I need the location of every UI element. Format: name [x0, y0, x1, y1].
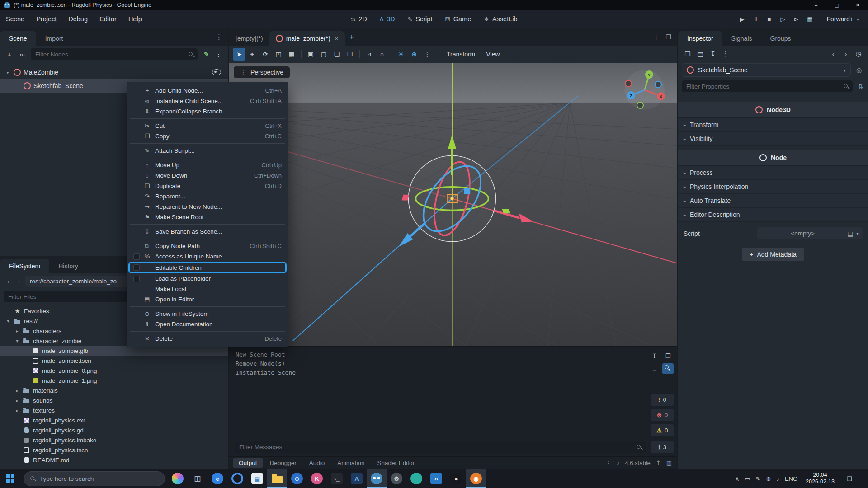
context-menu-item[interactable]	[127, 117, 288, 121]
file-row[interactable]: ▸ materials	[0, 385, 228, 395]
history-list-button[interactable]: ◷	[853, 48, 864, 60]
context-menu-item[interactable]	[127, 141, 288, 145]
context-menu-item[interactable]	[127, 237, 288, 241]
bottom-panel-tab[interactable]: Output	[233, 458, 263, 468]
selection-list-tool[interactable]: ▦	[285, 48, 298, 61]
new-tab-button[interactable]: +	[345, 33, 359, 42]
context-menu-item[interactable]: ▤ Open in Editor	[127, 294, 288, 305]
context-menu-item[interactable]	[127, 305, 288, 309]
bottom-menu-icon[interactable]: ⋮	[605, 460, 611, 466]
context-menu-item[interactable]: ∞ Instantiate Child Scene... Ctrl+Shift+…	[127, 96, 288, 106]
menubar-menu[interactable]: Help	[123, 10, 148, 28]
collapse-duplicates-button[interactable]: ≡	[649, 363, 660, 374]
context-menu-item[interactable]: ↧ Save Branch as Scene...	[127, 226, 288, 237]
checkbox[interactable]	[133, 264, 140, 271]
renderer-selector[interactable]: Forward+ ▾	[822, 14, 863, 24]
dock-tab[interactable]: Inspector	[678, 31, 722, 46]
load-resource-button[interactable]: ▤	[694, 48, 706, 60]
notification-icon[interactable]: ❑	[843, 475, 856, 482]
taskbar-search[interactable]: Type here to search	[24, 471, 165, 486]
file-row[interactable]: ragdoll_physics.tscn	[0, 445, 228, 455]
mode-button[interactable]: ⚄ Game	[439, 10, 477, 28]
context-menu-item[interactable]: ✎ Attach Script...	[127, 145, 288, 156]
deferred-error-filter[interactable]: ! 0	[651, 394, 674, 406]
pause-button[interactable]: Ⅱ	[749, 13, 762, 25]
context-menu-item[interactable]: + Add Child Node... Ctrl+A	[127, 85, 288, 96]
preview-environment-toggle[interactable]: ⊕	[408, 48, 420, 61]
context-menu-item[interactable]	[127, 222, 288, 226]
viewport-3d[interactable]: ⋮ Perspective Y X Z	[229, 63, 677, 346]
stream-app-icon[interactable]: ●	[446, 469, 466, 488]
filter-nodes-input[interactable]	[34, 51, 185, 58]
toolbar-separator[interactable]	[298, 48, 304, 61]
gear-app-icon[interactable]: ⚙	[387, 469, 406, 488]
script-value-dropdown[interactable]: <empty> ▤ ▾	[757, 227, 863, 239]
viewport-menu[interactable]: Transform	[441, 51, 481, 58]
error-filter[interactable]: ⊗ 0	[651, 409, 674, 421]
expand-chevron-icon[interactable]: ▸	[14, 388, 20, 393]
dock-tab[interactable]: Import	[36, 31, 72, 46]
display-tray-icon[interactable]: ▭	[745, 475, 750, 482]
context-menu-item[interactable]: ⊙ Show in FileSystem	[127, 309, 288, 319]
menubar-menu[interactable]: Editor	[94, 10, 123, 28]
expand-chevron-icon[interactable]: ▸	[14, 408, 20, 413]
select-tool[interactable]: ➤	[233, 48, 245, 61]
distraction-free-icon[interactable]: ❐	[663, 33, 674, 42]
blender-app-icon[interactable]: ◉	[466, 469, 486, 488]
message-filter[interactable]: ℹ 3	[651, 441, 674, 453]
scene-tab[interactable]: male_zombie(*) ✕	[269, 31, 345, 46]
checkbox[interactable]	[133, 276, 140, 282]
edge-browser-icon[interactable]: e	[208, 469, 227, 488]
save-log-button[interactable]: ↧	[649, 350, 660, 361]
search-log-button[interactable]	[662, 363, 674, 374]
stop-button[interactable]: ■	[762, 13, 776, 25]
file-row[interactable]: README.md	[0, 455, 228, 465]
toolbar-separator[interactable]	[357, 48, 362, 61]
dock-tab[interactable]: Signals	[722, 31, 761, 46]
context-menu-item[interactable]: Editable Children	[127, 262, 288, 273]
filter-messages-input[interactable]	[238, 443, 633, 451]
expand-panel-icon[interactable]: ▥	[666, 460, 672, 466]
menubar-menu[interactable]: Scene	[0, 10, 30, 28]
context-menu-item[interactable]	[127, 329, 288, 333]
mode-button[interactable]: ⇆ 2D	[344, 10, 373, 28]
play-custom-scene-button[interactable]: ⊳	[789, 13, 803, 25]
expand-chevron-icon[interactable]: ▸	[14, 328, 20, 333]
folder-icon[interactable]: ▤	[847, 230, 853, 237]
visibility-eye-icon[interactable]	[212, 69, 221, 75]
scene-tab[interactable]: [empty](*)	[229, 31, 269, 46]
mode-button[interactable]: ❖ AssetLib	[478, 10, 523, 28]
context-menu-item[interactable]: Make Local	[127, 284, 288, 294]
context-menu-item[interactable]: Load as Placeholder	[127, 273, 288, 284]
notepad-icon[interactable]: ▤	[247, 469, 267, 488]
property-group-row[interactable]: ▸ Auto Translate	[678, 194, 868, 208]
add-node-button[interactable]: +	[4, 48, 15, 60]
maximize-icon[interactable]: ▢	[826, 0, 847, 10]
context-menu-item[interactable]: ℹ Open Documentation	[127, 319, 288, 329]
menubar-menu[interactable]: Project	[30, 10, 62, 28]
unlock-selected-button[interactable]: ▢	[317, 48, 330, 61]
3d-viewport-canvas[interactable]	[229, 63, 677, 346]
nav-forward-icon[interactable]: ›	[14, 276, 24, 286]
checkbox[interactable]	[133, 253, 140, 260]
pin-icon[interactable]: ◎	[854, 66, 864, 74]
context-menu-item[interactable]: ⇕ Expand/Collapse Branch	[127, 106, 288, 117]
bottom-panel-tab[interactable]: Animation	[331, 458, 370, 468]
context-menu-item[interactable]: % Access as Unique Name	[127, 251, 288, 262]
expand-chevron-icon[interactable]: ▾	[5, 319, 11, 324]
paint-app-icon[interactable]: K	[307, 469, 327, 488]
property-group-row[interactable]: ▸ Editor Description	[678, 208, 868, 222]
context-menu-item[interactable]: ⧉ Copy Node Path Ctrl+Shift+C	[127, 241, 288, 251]
menubar-menu[interactable]: Debug	[62, 10, 94, 28]
property-group-row[interactable]: ▸ Transform	[678, 118, 868, 132]
attach-script-button[interactable]: ✎	[200, 48, 212, 60]
context-menu-item[interactable]: ❐ Copy Ctrl+C	[127, 131, 288, 141]
start-button[interactable]	[0, 469, 21, 488]
godot-editor-icon[interactable]	[367, 469, 387, 488]
context-menu-item[interactable]: ❏ Duplicate Ctrl+D	[127, 181, 288, 191]
browser-ring-icon[interactable]	[227, 469, 247, 488]
history-back-button[interactable]: ‹	[827, 48, 839, 60]
dock-menu-icon[interactable]: ⋮	[210, 33, 228, 41]
task-view-button[interactable]: ⊞	[188, 469, 208, 488]
expand-chevron-icon[interactable]: ▾	[5, 70, 11, 75]
